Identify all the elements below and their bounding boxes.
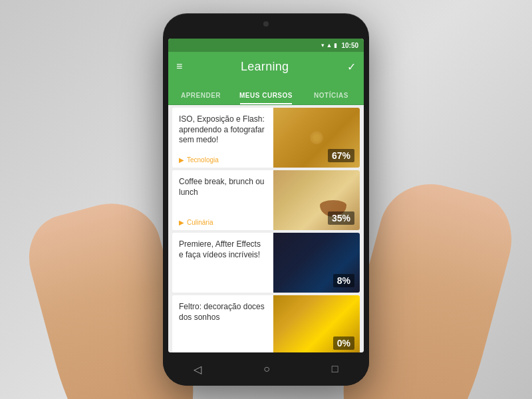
status-bar: ▾ ▲ ▮ 10:50 [168,39,364,52]
status-time: 10:50 [341,42,358,49]
tab-noticias[interactable]: NOTÍCIAS [299,92,364,104]
progress-badge-4: 0% [333,336,354,350]
bottom-nav: ◁ ○ □ [163,352,369,386]
status-icons: ▾ ▲ ▮ [321,42,338,49]
tab-meus-cursos[interactable]: MEUS CURSOS [233,92,299,104]
course-info-4: Feltro: decoração doces dos sonhos [172,295,273,352]
progress-badge-3: 8% [333,274,354,287]
course-info-1: ISO, Exposição e Flash: aprendendo a fot… [172,108,273,168]
phone-device: ▾ ▲ ▮ 10:50 ≡ Learning ✓ APRENDER MEUS C… [163,13,369,386]
course-title-1: ISO, Exposição e Flash: aprendendo a fot… [179,114,267,146]
course-list: ISO, Exposição e Flash: aprendendo a fot… [168,105,364,352]
camera-decoration [310,131,323,144]
progress-badge-2: 35% [328,211,354,225]
phone-camera [263,21,269,27]
course-info-3: Premiere, Affter Effects e faça vídeos i… [172,233,273,293]
menu-icon[interactable]: ≡ [176,61,182,72]
course-card-4[interactable]: Feltro: decoração doces dos sonhos 0% [172,295,360,352]
course-card-1[interactable]: ISO, Exposição e Flash: aprendendo a fot… [172,108,360,168]
course-title-4: Feltro: decoração doces dos sonhos [179,302,267,323]
toolbar: ≡ Learning ✓ [168,52,364,81]
nav-home-button[interactable]: ○ [263,363,270,375]
category-icon-2: ▶ [179,219,184,226]
tab-aprender[interactable]: APRENDER [168,92,233,104]
wifi-icon: ▾ [321,42,325,49]
phone-body: ▾ ▲ ▮ 10:50 ≡ Learning ✓ APRENDER MEUS C… [163,13,369,386]
tab-bar: APRENDER MEUS CURSOS NOTÍCIAS [168,81,364,105]
signal-icon: ▲ [327,42,332,49]
course-title-3: Premiere, Affter Effects e faça vídeos i… [179,239,267,260]
app-title: Learning [241,60,289,74]
action-icon[interactable]: ✓ [347,61,356,73]
course-card-3[interactable]: Premiere, Affter Effects e faça vídeos i… [172,233,360,293]
category-icon-1: ▶ [179,156,184,164]
nav-back-button[interactable]: ◁ [194,363,201,376]
progress-badge-1: 67% [328,149,354,162]
course-card-2[interactable]: Coffee break, brunch ou lunch ▶ Culinári… [172,170,360,230]
nav-recent-button[interactable]: □ [332,363,338,375]
course-category-2: ▶ Culinária [179,219,267,226]
course-category-1: ▶ Tecnologia [179,156,267,164]
course-info-2: Coffee break, brunch ou lunch ▶ Culinári… [172,170,273,230]
phone-screen: ▾ ▲ ▮ 10:50 ≡ Learning ✓ APRENDER MEUS C… [168,39,364,352]
battery-icon: ▮ [334,42,337,49]
course-title-2: Coffee break, brunch ou lunch [179,177,267,198]
